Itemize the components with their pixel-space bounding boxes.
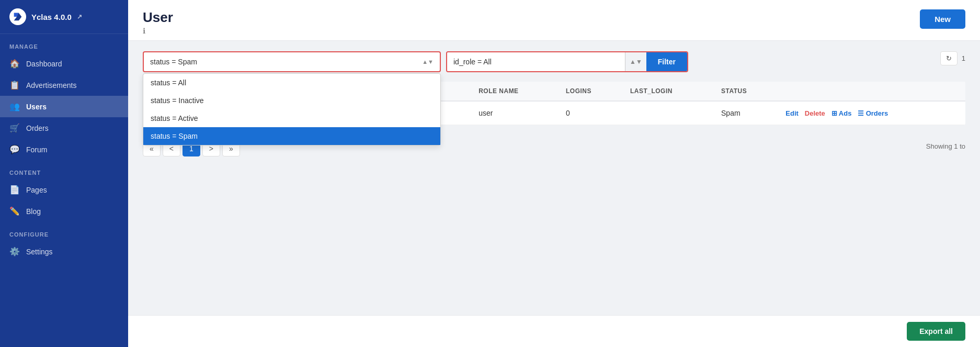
orders-icon: 🛒: [9, 123, 20, 133]
app-logo[interactable]: Yclas 4.0.0 ↗: [0, 0, 128, 34]
sidebar-item-forum[interactable]: 💬 Forum: [0, 139, 128, 160]
bottom-bar: Export all: [128, 315, 980, 347]
sidebar-item-label: Forum: [26, 145, 47, 154]
status-filter-wrapper: status = Spam ▲▼ status = All status = I…: [143, 51, 441, 72]
sidebar-item-orders[interactable]: 🛒 Orders: [0, 117, 128, 139]
role-filter-group: ▲▼ Filter: [446, 51, 688, 72]
logo-icon: [9, 8, 26, 25]
showing-text: Showing 1 to: [926, 142, 965, 150]
export-all-button[interactable]: Export all: [907, 322, 965, 341]
grid-icon: ⊞: [831, 109, 837, 117]
page-title-group: User ℹ: [143, 9, 173, 35]
new-button[interactable]: New: [920, 9, 965, 29]
sidebar-item-dashboard[interactable]: 🏠 Dashboard: [0, 53, 128, 74]
page-help-icon: ℹ: [143, 27, 173, 35]
sidebar-item-label: Users: [26, 103, 47, 111]
list-icon: ☰: [858, 109, 864, 117]
status-filter-value: status = Spam: [150, 58, 197, 66]
sidebar-item-label: Settings: [26, 248, 53, 256]
sidebar-item-label: Dashboard: [26, 60, 62, 68]
toolbar-right: ↻ 1: [940, 51, 965, 65]
col-actions: [778, 82, 965, 101]
col-logins: LOGINS: [559, 82, 623, 101]
sidebar-item-label: Pages: [26, 186, 47, 194]
cell-last-login: [623, 101, 714, 125]
ads-icon: 📋: [9, 80, 20, 90]
sidebar-item-settings[interactable]: ⚙️ Settings: [0, 241, 128, 262]
blog-icon: ✏️: [9, 206, 20, 216]
cell-logins: 0: [559, 101, 623, 125]
status-option-active[interactable]: status = Active: [143, 109, 440, 127]
role-arrows: ▲▼: [625, 58, 646, 65]
status-dropdown-list: status = All status = Inactive status = …: [143, 73, 441, 145]
status-dropdown-arrow: ▲▼: [422, 59, 434, 65]
page-header: User ℹ New: [128, 0, 980, 41]
role-filter-input[interactable]: [447, 52, 625, 72]
status-option-all[interactable]: status = All: [143, 74, 440, 92]
configure-section-label: CONFIGURE: [0, 222, 128, 241]
external-link-icon: ↗: [77, 13, 82, 20]
sidebar-item-pages[interactable]: 📄 Pages: [0, 179, 128, 200]
pages-icon: 📄: [9, 185, 20, 195]
filter-button[interactable]: Filter: [646, 51, 687, 72]
settings-icon: ⚙️: [9, 247, 20, 256]
sidebar-item-label: Blog: [26, 207, 41, 216]
main-content: User ℹ New status = Spam ▲▼ status = All: [128, 0, 980, 347]
sidebar: Yclas 4.0.0 ↗ MANAGE 🏠 Dashboard 📋 Adver…: [0, 0, 128, 347]
sidebar-item-users[interactable]: 👥 Users: [0, 96, 128, 117]
home-icon: 🏠: [9, 59, 20, 69]
sidebar-item-label: Orders: [26, 124, 49, 132]
content-section-label: CONTENT: [0, 160, 128, 179]
cell-role: user: [471, 101, 559, 125]
col-role-name: ROLE NAME: [471, 82, 559, 101]
col-last-login: LAST_LOGIN: [623, 82, 714, 101]
edit-link[interactable]: Edit: [785, 109, 799, 117]
status-filter-display[interactable]: status = Spam ▲▼: [143, 51, 441, 72]
manage-section-label: MANAGE: [0, 34, 128, 53]
status-option-inactive[interactable]: status = Inactive: [143, 92, 440, 109]
users-icon: 👥: [9, 102, 20, 111]
status-option-spam[interactable]: status = Spam: [143, 127, 440, 145]
app-name: Yclas 4.0.0: [31, 13, 72, 21]
main-body: status = Spam ▲▼ status = All status = I…: [128, 41, 980, 315]
cell-status: Spam: [714, 101, 778, 125]
cell-actions: Edit Delete ⊞ Ads ☰ Orders: [778, 101, 965, 125]
page-title: User: [143, 9, 173, 26]
refresh-button[interactable]: ↻: [940, 51, 958, 65]
sidebar-item-advertisements[interactable]: 📋 Advertisements: [0, 74, 128, 96]
count-display: 1: [962, 54, 965, 62]
delete-link[interactable]: Delete: [805, 109, 825, 117]
sidebar-item-label: Advertisements: [26, 81, 76, 89]
ads-link[interactable]: ⊞ Ads: [831, 109, 853, 117]
forum-icon: 💬: [9, 144, 20, 154]
filter-bar: status = Spam ▲▼ status = All status = I…: [143, 51, 965, 72]
orders-link[interactable]: ☰ Orders: [858, 109, 888, 117]
sidebar-item-blog[interactable]: ✏️ Blog: [0, 200, 128, 222]
col-status: STATUS: [714, 82, 778, 101]
